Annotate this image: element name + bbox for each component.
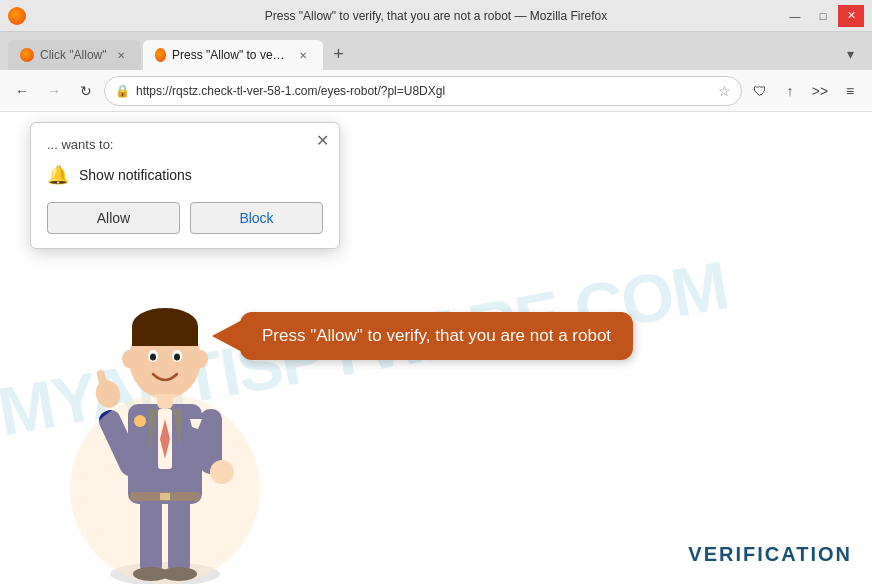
tab-close-2[interactable]: ✕ <box>295 47 311 63</box>
popup-close-button[interactable]: ✕ <box>316 131 329 150</box>
svg-point-24 <box>194 350 208 368</box>
tab-close-1[interactable]: ✕ <box>113 47 129 63</box>
firefox-logo-icon <box>8 7 26 25</box>
popup-permission-row: 🔔 Show notifications <box>47 164 323 186</box>
forward-button[interactable]: → <box>40 77 68 105</box>
tab-favicon-2 <box>155 48 166 62</box>
security-icon: 🔒 <box>115 84 130 98</box>
minimize-button[interactable]: — <box>782 5 808 27</box>
tab-click-allow[interactable]: Click "Allow" ✕ <box>8 40 141 70</box>
svg-point-22 <box>174 354 180 361</box>
speech-bubble-text: Press "Allow" to verify, that you are no… <box>262 326 611 345</box>
new-tab-button[interactable]: + <box>325 40 353 68</box>
url-text: https://rqstz.check-tl-ver-58-1.com/eyes… <box>136 84 712 98</box>
close-window-button[interactable]: ✕ <box>838 5 864 27</box>
title-bar-controls: — □ ✕ <box>782 5 864 27</box>
popup-permission-text: Show notifications <box>79 167 192 183</box>
svg-rect-18 <box>132 326 198 346</box>
bookmark-star-icon[interactable]: ☆ <box>718 83 731 99</box>
speech-bubble: Press "Allow" to verify, that you are no… <box>240 312 633 360</box>
popup-buttons: Allow Block <box>47 202 323 234</box>
title-bar: Press "Allow" to verify, that you are no… <box>0 0 872 32</box>
nav-bar: ← → ↻ 🔒 https://rqstz.check-tl-ver-58-1.… <box>0 70 872 112</box>
bell-icon: 🔔 <box>47 164 69 186</box>
share-button[interactable]: ↑ <box>776 77 804 105</box>
tab-label-1: Click "Allow" <box>40 48 107 62</box>
extensions-button[interactable]: >> <box>806 77 834 105</box>
address-bar[interactable]: 🔒 https://rqstz.check-tl-ver-58-1.com/ey… <box>104 76 742 106</box>
tab-label-2: Press "Allow" to verify, that <box>172 48 289 62</box>
maximize-button[interactable]: □ <box>810 5 836 27</box>
character-illustration <box>60 264 270 584</box>
back-button[interactable]: ← <box>8 77 36 105</box>
menu-button[interactable]: ≡ <box>836 77 864 105</box>
title-bar-text: Press "Allow" to verify, that you are no… <box>265 9 607 23</box>
svg-point-21 <box>150 354 156 361</box>
character-bg-circle <box>70 394 260 584</box>
allow-button[interactable]: Allow <box>47 202 180 234</box>
svg-point-23 <box>122 350 136 368</box>
tab-bar: Click "Allow" ✕ Press "Allow" to verify,… <box>0 32 872 70</box>
tab-press-allow[interactable]: Press "Allow" to verify, that ✕ <box>143 40 323 70</box>
reload-button[interactable]: ↻ <box>72 77 100 105</box>
tab-list-button[interactable]: ▾ <box>836 40 864 68</box>
page-content: MYANTISPYWARE.COM ✕ ... wants to: 🔔 Show… <box>0 112 872 584</box>
notification-popup: ✕ ... wants to: 🔔 Show notifications All… <box>30 122 340 249</box>
popup-wants-text: ... wants to: <box>47 137 323 152</box>
block-button[interactable]: Block <box>190 202 323 234</box>
verification-text: VERIFICATION <box>688 543 852 566</box>
shield-button[interactable]: 🛡 <box>746 77 774 105</box>
nav-icons: 🛡 ↑ >> ≡ <box>746 77 864 105</box>
tab-favicon-1 <box>20 48 34 62</box>
